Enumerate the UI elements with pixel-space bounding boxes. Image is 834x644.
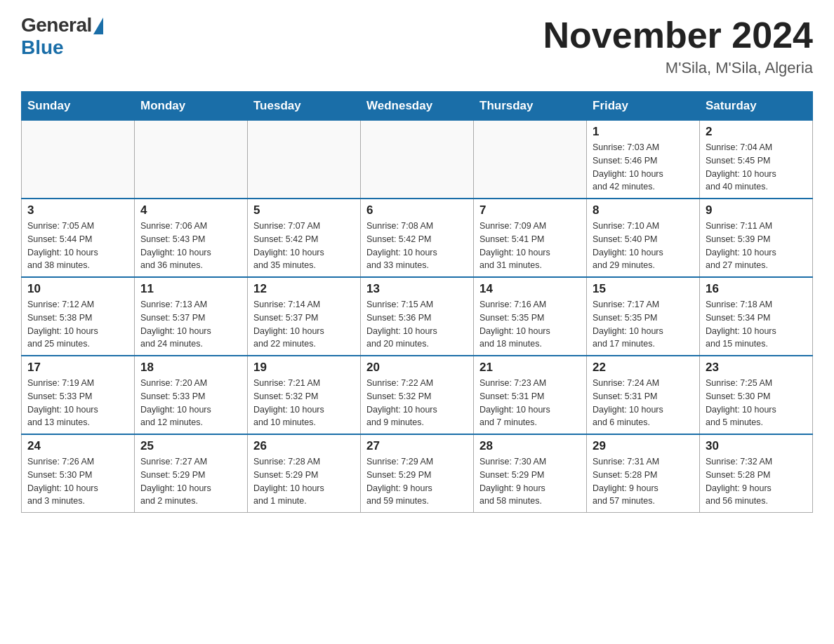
calendar-cell: 10Sunrise: 7:12 AMSunset: 5:38 PMDayligh… — [22, 277, 135, 356]
calendar-cell: 8Sunrise: 7:10 AMSunset: 5:40 PMDaylight… — [587, 199, 700, 277]
day-number: 9 — [706, 203, 807, 217]
day-number: 22 — [593, 361, 694, 375]
day-info: Sunrise: 7:20 AMSunset: 5:33 PMDaylight:… — [140, 377, 241, 429]
day-number: 15 — [593, 282, 694, 296]
day-number: 23 — [706, 361, 807, 375]
day-info: Sunrise: 7:29 AMSunset: 5:29 PMDaylight:… — [366, 455, 468, 508]
calendar-cell: 24Sunrise: 7:26 AMSunset: 5:30 PMDayligh… — [22, 434, 135, 513]
calendar-cell: 3Sunrise: 7:05 AMSunset: 5:44 PMDaylight… — [22, 199, 135, 277]
weekday-header-thursday: Thursday — [474, 92, 587, 121]
day-info: Sunrise: 7:07 AMSunset: 5:42 PMDaylight:… — [253, 220, 355, 272]
day-info: Sunrise: 7:08 AMSunset: 5:42 PMDaylight:… — [366, 220, 468, 272]
logo-blue-text: Blue — [21, 36, 64, 59]
day-info: Sunrise: 7:06 AMSunset: 5:43 PMDaylight:… — [140, 220, 241, 272]
day-info: Sunrise: 7:11 AMSunset: 5:39 PMDaylight:… — [706, 220, 807, 272]
day-info: Sunrise: 7:19 AMSunset: 5:33 PMDaylight:… — [27, 377, 128, 429]
day-info: Sunrise: 7:15 AMSunset: 5:36 PMDaylight:… — [366, 298, 468, 351]
day-number: 30 — [706, 439, 807, 453]
calendar-cell: 28Sunrise: 7:30 AMSunset: 5:29 PMDayligh… — [474, 434, 587, 513]
day-number: 20 — [366, 361, 468, 375]
calendar-cell: 25Sunrise: 7:27 AMSunset: 5:29 PMDayligh… — [135, 434, 248, 513]
weekday-header-sunday: Sunday — [22, 92, 135, 121]
day-number: 18 — [140, 361, 241, 375]
logo-general-text: General — [21, 14, 92, 36]
calendar-cell: 2Sunrise: 7:04 AMSunset: 5:45 PMDaylight… — [700, 121, 813, 199]
day-number: 28 — [479, 439, 581, 453]
calendar-cell — [22, 121, 135, 199]
day-number: 25 — [140, 439, 241, 453]
day-number: 11 — [140, 282, 241, 296]
day-number: 17 — [27, 361, 128, 375]
calendar-cell: 29Sunrise: 7:31 AMSunset: 5:28 PMDayligh… — [587, 434, 700, 513]
logo: General Blue — [21, 14, 103, 59]
location-text: M'Sila, M'Sila, Algeria — [543, 59, 813, 77]
day-info: Sunrise: 7:24 AMSunset: 5:31 PMDaylight:… — [593, 377, 694, 429]
day-info: Sunrise: 7:12 AMSunset: 5:38 PMDaylight:… — [27, 298, 128, 351]
day-info: Sunrise: 7:32 AMSunset: 5:28 PMDaylight:… — [706, 455, 807, 508]
calendar-cell: 4Sunrise: 7:06 AMSunset: 5:43 PMDaylight… — [135, 199, 248, 277]
calendar-cell — [135, 121, 248, 199]
month-title: November 2024 — [543, 14, 813, 56]
day-info: Sunrise: 7:16 AMSunset: 5:35 PMDaylight:… — [479, 298, 581, 351]
day-info: Sunrise: 7:18 AMSunset: 5:34 PMDaylight:… — [706, 298, 807, 351]
calendar-cell: 26Sunrise: 7:28 AMSunset: 5:29 PMDayligh… — [248, 434, 361, 513]
weekday-header-friday: Friday — [587, 92, 700, 121]
day-info: Sunrise: 7:30 AMSunset: 5:29 PMDaylight:… — [479, 455, 581, 508]
day-number: 6 — [366, 203, 468, 217]
day-info: Sunrise: 7:21 AMSunset: 5:32 PMDaylight:… — [253, 377, 355, 429]
day-number: 1 — [593, 125, 694, 139]
day-number: 13 — [366, 282, 468, 296]
calendar-cell: 11Sunrise: 7:13 AMSunset: 5:37 PMDayligh… — [135, 277, 248, 356]
calendar-cell: 13Sunrise: 7:15 AMSunset: 5:36 PMDayligh… — [361, 277, 474, 356]
day-info: Sunrise: 7:22 AMSunset: 5:32 PMDaylight:… — [366, 377, 468, 429]
day-info: Sunrise: 7:23 AMSunset: 5:31 PMDaylight:… — [479, 377, 581, 429]
title-area: November 2024 M'Sila, M'Sila, Algeria — [543, 14, 813, 77]
day-info: Sunrise: 7:03 AMSunset: 5:46 PMDaylight:… — [593, 141, 694, 194]
calendar-cell — [361, 121, 474, 199]
calendar-cell: 19Sunrise: 7:21 AMSunset: 5:32 PMDayligh… — [248, 356, 361, 434]
day-number: 27 — [366, 439, 468, 453]
calendar-cell: 20Sunrise: 7:22 AMSunset: 5:32 PMDayligh… — [361, 356, 474, 434]
page-header: General Blue November 2024 M'Sila, M'Sil… — [21, 14, 813, 77]
day-number: 24 — [27, 439, 128, 453]
weekday-header-saturday: Saturday — [700, 92, 813, 121]
calendar-cell: 21Sunrise: 7:23 AMSunset: 5:31 PMDayligh… — [474, 356, 587, 434]
day-number: 10 — [27, 282, 128, 296]
calendar-cell: 14Sunrise: 7:16 AMSunset: 5:35 PMDayligh… — [474, 277, 587, 356]
calendar-cell: 22Sunrise: 7:24 AMSunset: 5:31 PMDayligh… — [587, 356, 700, 434]
day-number: 12 — [253, 282, 355, 296]
day-info: Sunrise: 7:14 AMSunset: 5:37 PMDaylight:… — [253, 298, 355, 351]
calendar-cell: 9Sunrise: 7:11 AMSunset: 5:39 PMDaylight… — [700, 199, 813, 277]
weekday-header-tuesday: Tuesday — [248, 92, 361, 121]
day-info: Sunrise: 7:27 AMSunset: 5:29 PMDaylight:… — [140, 455, 241, 508]
day-number: 8 — [593, 203, 694, 217]
calendar-cell: 5Sunrise: 7:07 AMSunset: 5:42 PMDaylight… — [248, 199, 361, 277]
day-info: Sunrise: 7:31 AMSunset: 5:28 PMDaylight:… — [593, 455, 694, 508]
day-number: 5 — [253, 203, 355, 217]
calendar-cell — [248, 121, 361, 199]
day-info: Sunrise: 7:05 AMSunset: 5:44 PMDaylight:… — [27, 220, 128, 272]
calendar-cell: 30Sunrise: 7:32 AMSunset: 5:28 PMDayligh… — [700, 434, 813, 513]
day-info: Sunrise: 7:25 AMSunset: 5:30 PMDaylight:… — [706, 377, 807, 429]
day-number: 7 — [479, 203, 581, 217]
day-info: Sunrise: 7:17 AMSunset: 5:35 PMDaylight:… — [593, 298, 694, 351]
calendar-cell: 12Sunrise: 7:14 AMSunset: 5:37 PMDayligh… — [248, 277, 361, 356]
day-number: 2 — [706, 125, 807, 139]
calendar-table: SundayMondayTuesdayWednesdayThursdayFrid… — [21, 91, 813, 513]
calendar-cell: 27Sunrise: 7:29 AMSunset: 5:29 PMDayligh… — [361, 434, 474, 513]
calendar-cell: 7Sunrise: 7:09 AMSunset: 5:41 PMDaylight… — [474, 199, 587, 277]
logo-triangle-icon — [93, 18, 103, 34]
day-info: Sunrise: 7:28 AMSunset: 5:29 PMDaylight:… — [253, 455, 355, 508]
weekday-header-wednesday: Wednesday — [361, 92, 474, 121]
day-info: Sunrise: 7:04 AMSunset: 5:45 PMDaylight:… — [706, 141, 807, 194]
day-number: 16 — [706, 282, 807, 296]
calendar-cell: 23Sunrise: 7:25 AMSunset: 5:30 PMDayligh… — [700, 356, 813, 434]
day-info: Sunrise: 7:10 AMSunset: 5:40 PMDaylight:… — [593, 220, 694, 272]
weekday-header-monday: Monday — [135, 92, 248, 121]
day-info: Sunrise: 7:09 AMSunset: 5:41 PMDaylight:… — [479, 220, 581, 272]
calendar-cell: 16Sunrise: 7:18 AMSunset: 5:34 PMDayligh… — [700, 277, 813, 356]
day-info: Sunrise: 7:13 AMSunset: 5:37 PMDaylight:… — [140, 298, 241, 351]
calendar-cell: 18Sunrise: 7:20 AMSunset: 5:33 PMDayligh… — [135, 356, 248, 434]
calendar-cell: 1Sunrise: 7:03 AMSunset: 5:46 PMDaylight… — [587, 121, 700, 199]
day-number: 19 — [253, 361, 355, 375]
